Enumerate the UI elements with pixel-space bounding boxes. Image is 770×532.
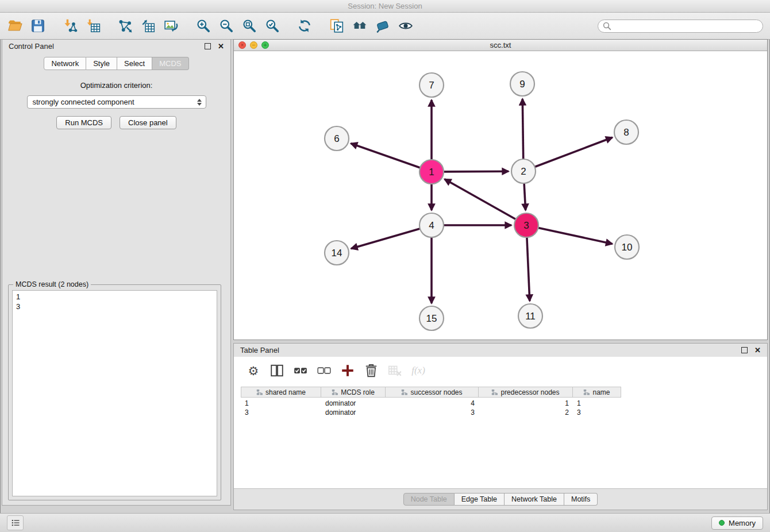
refresh-layout-icon[interactable] [297,18,313,34]
node-14[interactable]: 14 [325,241,349,265]
copy-network-icon[interactable] [329,18,345,34]
edge-4-14[interactable] [351,229,420,249]
node-table-empty-area [234,416,767,488]
network-canvas[interactable]: 7968124314101511 [234,51,767,340]
task-list-icon[interactable] [7,515,24,530]
node-7[interactable]: 7 [419,73,444,97]
svg-text:10: 10 [622,242,633,253]
node-10[interactable]: 10 [615,235,639,259]
delete-row-icon[interactable] [363,363,379,379]
show-hide-icon[interactable] [398,18,414,34]
edge-1-2[interactable] [444,171,509,172]
table-row[interactable]: 3dominator323 [241,407,767,416]
network-overview-icon[interactable] [352,18,368,34]
table-row[interactable]: 1dominator411 [241,398,767,407]
edge-3-1[interactable] [445,179,516,219]
column-header-label: shared name [265,388,306,396]
control-panel-body: Optimization criterion: strongly connect… [2,70,230,129]
sort-icon [491,389,498,396]
tab-style[interactable]: Style [86,57,117,70]
export-table-icon[interactable] [140,18,156,34]
tab-network-table[interactable]: Network Table [505,493,564,506]
table-cell: 2 [479,407,573,416]
edge-2-9[interactable] [522,99,523,159]
zoom-out-icon[interactable] [218,18,234,34]
new-network-icon[interactable] [117,18,133,34]
tab-motifs[interactable]: Motifs [564,493,598,506]
tab-select[interactable]: Select [117,57,152,70]
network-canvas-svg[interactable]: 7968124314101511 [234,51,767,340]
column-header-label: MCDS role [341,388,375,396]
svg-text:1: 1 [429,167,434,178]
close-panel-icon[interactable] [218,43,224,50]
import-network-icon[interactable] [62,18,78,34]
search-input[interactable] [598,20,763,33]
close-table-panel-icon[interactable] [754,346,761,354]
table-cell: 4 [386,398,479,407]
node-table-header: shared nameMCDS rolesuccessor nodesprede… [241,387,767,398]
export-image-icon[interactable] [163,18,179,34]
mcds-result-area[interactable]: 13 [12,290,217,496]
window-minimize-icon[interactable] [250,41,257,49]
tab-mcds[interactable]: MCDS [152,57,188,70]
node-3[interactable]: 3 [514,213,538,237]
column-header-mcds-role[interactable]: MCDS role [321,387,386,398]
save-session-icon[interactable] [30,18,46,34]
column-header-predecessor-nodes[interactable]: predecessor nodes [479,387,573,398]
node-1[interactable]: 1 [419,160,444,184]
tab-edge-table[interactable]: Edge Table [455,493,505,506]
window-zoom-icon[interactable] [261,41,269,49]
gear-icon[interactable]: ⚙ [245,363,261,379]
column-header-successor-nodes[interactable]: successor nodes [386,387,479,398]
zoom-fit-icon[interactable] [241,18,257,34]
svg-text:2: 2 [521,166,526,177]
zoom-selected-icon[interactable] [264,18,280,34]
tab-node-table[interactable]: Node Table [403,493,455,506]
zoom-in-icon[interactable] [195,18,211,34]
node-11[interactable]: 11 [518,304,542,328]
edge-1-6[interactable] [351,144,421,168]
window-close-icon[interactable] [238,41,246,49]
deselect-all-icon[interactable] [316,363,332,379]
column-header-shared-name[interactable]: shared name [241,387,321,398]
svg-text:4: 4 [429,220,434,231]
table-cell: 3 [386,407,479,416]
select-all-icon[interactable] [292,363,309,379]
table-cell: dominator [321,398,386,407]
dropdown-stepper-icon [197,99,202,106]
svg-text:7: 7 [429,80,434,91]
edge-2-3[interactable] [524,183,526,210]
import-table-icon[interactable] [85,18,101,34]
sort-icon [256,389,263,396]
run-mcds-button[interactable]: Run MCDS [56,116,111,129]
network-window-titlebar: scc.txt [234,40,767,51]
add-column-icon[interactable] [340,363,356,379]
search-box [598,20,763,33]
memory-button[interactable]: Memory [711,516,763,530]
float-table-panel-icon[interactable] [741,347,748,353]
style-brush-icon[interactable] [375,18,391,34]
node-2[interactable]: 2 [511,159,536,183]
edge-3-10[interactable] [538,228,613,244]
tab-network[interactable]: Network [44,57,86,70]
node-9[interactable]: 9 [510,72,534,96]
edge-2-8[interactable] [535,137,613,167]
close-panel-button[interactable]: Close panel [120,116,176,129]
node-4[interactable]: 4 [419,213,444,237]
svg-text:15: 15 [426,313,437,324]
node-8[interactable]: 8 [614,120,638,144]
float-panel-icon[interactable] [205,43,211,49]
node-15[interactable]: 15 [419,306,444,330]
column-header-name[interactable]: name [573,387,621,398]
open-session-icon[interactable] [7,18,23,34]
control-panel-title: Control Panel [9,42,54,51]
node-6[interactable]: 6 [325,126,349,151]
edge-3-11[interactable] [527,237,530,301]
table-panel-tabs: Node TableEdge TableNetwork TableMotifs [403,493,598,506]
control-panel-header: Control Panel [2,40,230,53]
result-line: 1 [16,292,213,302]
memory-status-dot [719,520,725,526]
criterion-dropdown[interactable]: strongly connected component [27,95,206,109]
status-bar: Memory [0,513,770,532]
split-columns-icon[interactable] [269,363,285,379]
